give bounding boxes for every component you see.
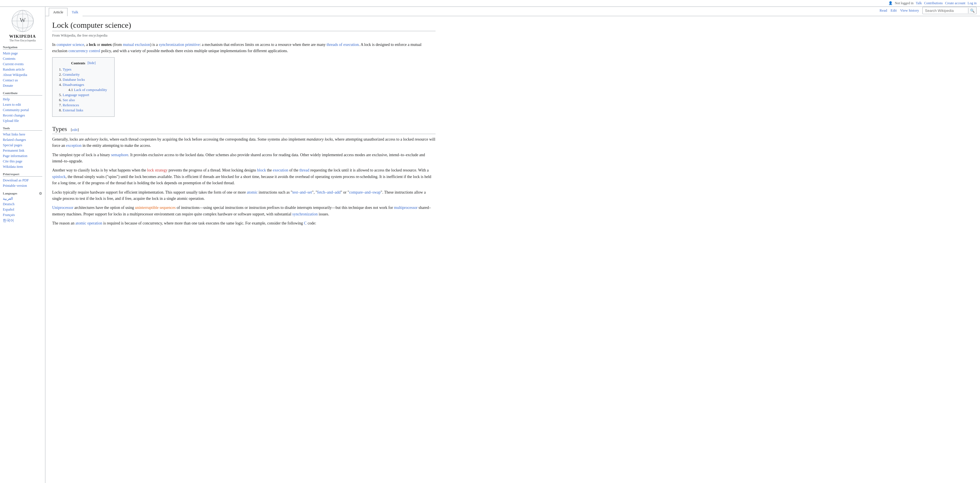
top-bar: 👤 Not logged in Talk Contributions Creat… [0, 0, 980, 7]
languages-section-title: Languages [3, 192, 17, 195]
sidebar-item-espanol[interactable]: Español [3, 207, 42, 212]
uninterruptible-sequences-link[interactable]: uninterruptible sequences [135, 205, 175, 210]
edit-types-link[interactable]: edit [72, 127, 78, 132]
sidebar-item-donate[interactable]: Donate [3, 83, 42, 89]
not-logged-in-label: Not logged in [895, 1, 914, 5]
sidebar-item-wikidata-item[interactable]: Wikidata item [3, 164, 42, 170]
table-of-contents: Contents [hide] Types Granularity Databa… [52, 57, 115, 117]
fetch-and-add-link[interactable]: fetch–and–add [317, 190, 340, 194]
test-and-set-link[interactable]: test–and–set [292, 190, 312, 194]
sidebar-item-arabic[interactable]: العربية [3, 196, 42, 202]
toc-item-6: See also [63, 98, 110, 102]
article: Lock (computer science) From Wikipedia, … [45, 16, 442, 234]
toc-sublist-4: Lack of composability [63, 87, 110, 92]
sidebar-item-deutsch[interactable]: Deutsch [3, 202, 42, 207]
sidebar-item-francais[interactable]: Français [3, 212, 42, 218]
svg-text:W: W [19, 16, 25, 24]
sidebar-item-what-links-here[interactable]: What links here [3, 132, 42, 137]
toc-link-language-support[interactable]: Language support [63, 93, 89, 97]
sidebar-item-contents[interactable]: Contents [3, 56, 42, 62]
tab-talk[interactable]: Talk [67, 8, 83, 16]
sidebar-item-special-pages[interactable]: Special pages [3, 143, 42, 148]
tab-view-history[interactable]: View history [900, 8, 919, 13]
sidebar-item-permanent-link[interactable]: Permanent link [3, 148, 42, 153]
article-title: Lock (computer science) [52, 21, 436, 31]
semaphore-link[interactable]: semaphore [111, 153, 129, 157]
execution-link[interactable]: execution [273, 168, 288, 172]
toc-link-granularity[interactable]: Granularity [63, 72, 80, 76]
intro-paragraph: In computer science, a lock or mutex (fr… [52, 42, 436, 54]
types-paragraph-2: The simplest type of lock is a binary se… [52, 152, 436, 165]
wikipedia-subtitle: The Free Encyclopedia [3, 39, 42, 42]
sidebar-item-page-information[interactable]: Page information [3, 153, 42, 159]
search-input[interactable] [923, 8, 968, 13]
spinlock-link[interactable]: spinlock [52, 175, 65, 179]
sidebar-item-cite-this-page[interactable]: Cite this page [3, 159, 42, 164]
toc-link-see-also[interactable]: See also [63, 98, 75, 102]
toc-item-4: Disadvantages Lack of composability [63, 83, 110, 92]
compare-and-swap-link[interactable]: compare–and–swap [349, 190, 380, 194]
toc-link-database-locks[interactable]: Database locks [63, 77, 85, 82]
computer-science-link[interactable]: computer science [56, 43, 84, 47]
sidebar-item-download-pdf[interactable]: Download as PDF [3, 178, 42, 183]
sidebar-item-main-page[interactable]: Main page [3, 51, 42, 56]
toc-hide-button[interactable]: [hide] [88, 61, 96, 65]
tab-edit[interactable]: Edit [891, 8, 897, 13]
login-link[interactable]: Log in [967, 1, 977, 5]
create-account-link[interactable]: Create account [945, 1, 966, 5]
types-paragraph-6: The reason an atomic operation is requir… [52, 220, 436, 226]
sidebar-item-learn-to-edit[interactable]: Learn to edit [3, 102, 42, 107]
toc-link-disadvantages[interactable]: Disadvantages [63, 83, 84, 87]
toc-item-3: Database locks [63, 77, 110, 82]
sidebar-item-about-wikipedia[interactable]: About Wikipedia [3, 72, 42, 78]
synchronization-link[interactable]: synchronization [292, 212, 318, 216]
lock-strategy-link[interactable]: lock strategy [147, 168, 168, 172]
section-title-types: Types [edit] [52, 125, 436, 134]
toc-link-external-links[interactable]: External links [63, 108, 83, 112]
sidebar-item-recent-changes[interactable]: Recent changes [3, 113, 42, 118]
thread-link[interactable]: thread [299, 168, 309, 172]
sidebar-item-random-article[interactable]: Random article [3, 67, 42, 72]
navigation-section: Navigation Main page Contents Current ev… [3, 45, 42, 89]
types-paragraph-3: Another way to classify locks is by what… [52, 167, 436, 186]
talk-link[interactable]: Talk [916, 1, 922, 5]
toc-item-7: References [63, 103, 110, 107]
synchronization-primitive-link[interactable]: synchronization primitive [159, 43, 200, 47]
toc-link-types[interactable]: Types [63, 67, 72, 71]
sidebar-item-printable-version[interactable]: Printable version [3, 183, 42, 189]
sidebar-item-current-events[interactable]: Current events [3, 62, 42, 67]
types-paragraph-5: Uniprocessor architectures have the opti… [52, 205, 436, 218]
threads-of-execution-link[interactable]: threads of execution [327, 43, 359, 47]
sidebar-item-contact-us[interactable]: Contact us [3, 78, 42, 83]
multiprocessor-link[interactable]: multiprocessor [394, 205, 417, 210]
navigation-section-title: Navigation [3, 45, 42, 49]
atomic-link[interactable]: atomic [247, 190, 258, 194]
types-paragraph-1: Generally, locks are advisory locks, whe… [52, 136, 436, 149]
exception-link[interactable]: exception [66, 143, 81, 148]
print-section: Print/export Download as PDF Printable v… [3, 172, 42, 189]
languages-gear-icon[interactable]: ⚙ [39, 191, 42, 196]
sidebar-item-korean[interactable]: 한국어 [3, 218, 42, 224]
search-box: 🔍 [923, 7, 977, 14]
sidebar-item-community-portal[interactable]: Community portal [3, 107, 42, 113]
contribute-section: Contribute Help Learn to edit Community … [3, 91, 42, 124]
contributions-link[interactable]: Contributions [924, 1, 943, 5]
mutual-exclusion-link[interactable]: mutual exclusion [123, 43, 150, 47]
sidebar-item-upload-file[interactable]: Upload file [3, 118, 42, 124]
types-paragraph-4: Locks typically require hardware support… [52, 189, 436, 202]
block-link[interactable]: block [257, 168, 266, 172]
toc-link-lack-composability[interactable]: Lack of composability [74, 87, 107, 92]
uniprocessor-link[interactable]: Uniprocessor [52, 205, 73, 210]
sidebar-item-related-changes[interactable]: Related changes [3, 137, 42, 143]
tab-read[interactable]: Read [880, 8, 887, 13]
tab-article[interactable]: Article [49, 8, 67, 16]
tools-section: Tools What links here Related changes Sp… [3, 126, 42, 170]
concurrency-control-link[interactable]: concurrency control [68, 49, 100, 53]
print-section-title: Print/export [3, 172, 42, 176]
atomic-operation-link[interactable]: atomic operation [75, 221, 102, 226]
sidebar-item-help[interactable]: Help [3, 97, 42, 102]
c-language-link[interactable]: C [304, 221, 307, 226]
toc-item-2: Granularity [63, 72, 110, 77]
search-button[interactable]: 🔍 [968, 8, 976, 13]
toc-link-references[interactable]: References [63, 103, 79, 107]
